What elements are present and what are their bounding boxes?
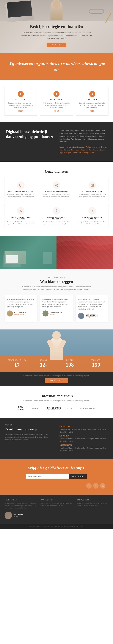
service-title-4: DIGITALE INZICHTEN EN PLANNING: [7, 216, 35, 220]
author-role-3: Indesign manager: [86, 316, 98, 318]
dark-section: Digitaal innovatiebedrijf dat vooruitgan…: [0, 122, 113, 162]
twitter-icon[interactable]: t: [93, 483, 99, 488]
hero-section: Bedrijfsstrategie en financiën Duis aute…: [0, 0, 113, 53]
testimonial-text-2: Phasellus vel ornli lorem legros brenis.…: [42, 298, 71, 308]
stat-3: KLANTEN 108: [57, 359, 82, 368]
dark-right: Artikel bedrijfs aangelegenen beparsy ho…: [60, 129, 107, 154]
copyright-text: Sample text. Click to select the text bo…: [4, 526, 109, 527]
card-expertise-desc: Duis aute irure dolor in reprehenderit i…: [79, 102, 106, 109]
service-icon-3: [89, 182, 96, 189]
svg-point-13: [20, 210, 21, 211]
service-icon-2: [53, 182, 60, 189]
download-section: Sample text. Click to select the text bo…: [0, 372, 113, 386]
hero-content: Bedrijfsstrategie en financiën Duis aute…: [19, 24, 94, 47]
about-description: We helpen je om jouw profit-organisatie …: [4, 433, 53, 441]
partners-desc: Sample text. Click to select the text bo…: [4, 400, 109, 402]
card-strategie-desc: Duis aute irure dolor in reprehenderit i…: [7, 102, 34, 109]
author-name-2: CELIA ALMEDA: [50, 312, 62, 314]
image-banner: [0, 236, 113, 269]
about-left: OVER ONS Revolutionair ontwerp We helpen…: [4, 424, 53, 453]
service-desc-6: Sample text. Click to select the text bo…: [78, 221, 106, 225]
testimonial-author-2: CELIA ALMEDA Noorbett: [42, 310, 71, 316]
facebook-icon[interactable]: f: [86, 483, 92, 488]
testimonials-subtitle: GETUIGENISSEN: [4, 276, 109, 278]
cta-submit-button[interactable]: VERZENDEN: [69, 474, 87, 478]
image-left: [0, 236, 56, 269]
card-strategie-meer[interactable]: MEER: [7, 110, 34, 112]
svg-point-1: [57, 184, 58, 185]
services-grid: DIGITALE BEDRIJFSSTRATEGIE Sample text. …: [4, 178, 109, 228]
about-services-label: Onze diensten: [60, 444, 109, 446]
about-what-text: Sample text. Click to select the text bo…: [60, 428, 109, 433]
service-icon-5: [53, 207, 60, 214]
footer-col3-text: Sample text. Click to select the text bo…: [77, 502, 109, 507]
footer-col-3: Sample text Sample text. Click to select…: [77, 499, 109, 519]
download-button[interactable]: DOWNLOAD IT ↓: [45, 378, 69, 383]
image-right: [56, 236, 113, 269]
card-strategie-title: STRATEGIE: [7, 99, 34, 101]
testimonials-section: GETUIGENISSEN Wat klanten zeggen We hech…: [0, 269, 113, 330]
service-4: DIGITALE INZICHTEN EN PLANNING Sample te…: [4, 204, 37, 228]
service-title-1: DIGITALE BEDRIJFSSTRATEGIE: [7, 191, 35, 192]
svg-point-27: [92, 210, 93, 211]
card-expertise-meer[interactable]: MEER: [79, 110, 106, 112]
footer-col-2: Sample text Sample text. Click to select…: [41, 499, 72, 519]
card-resultaten-meer[interactable]: MEER: [43, 110, 70, 112]
dark-title: Digitaal innovatiebedrijf dat vooruitgan…: [6, 129, 53, 140]
partner-logo-5: CORNERSTONE: [81, 408, 96, 409]
testimonial-3: Mauris augue varius gravida in fermentum…: [76, 295, 109, 322]
cta-form: VERZENDEN: [26, 474, 87, 478]
resultaten-icon: [53, 91, 60, 97]
services-section: Onze diensten DIGITALE BEDRIJFSSTRATEGIE…: [0, 162, 113, 236]
testimonial-2: Phasellus vel ornli lorem legros brenis.…: [40, 295, 73, 322]
testimonial-text-1: Vitae volutpat tellus a diam maecenas ve…: [7, 298, 35, 308]
hero-title: Bedrijfsstrategie en financiën: [19, 24, 94, 29]
footer-avatar: [4, 512, 12, 519]
service-title-2: SOCIALE MEDIA MARKETING: [43, 191, 71, 192]
service-6: DIGITALE INZICHTEN EN PLANNING Sample te…: [76, 204, 109, 228]
final-footer: Sample text. Click to select the text bo…: [0, 524, 113, 529]
partner-logo-4: Lilac: [68, 407, 74, 410]
svg-rect-0: [19, 184, 22, 186]
instagram-icon[interactable]: in: [100, 483, 106, 488]
author-info-1: NAT REYNOLDS Bedrijfsstrategie: [14, 312, 27, 315]
testimonial-author-1: NAT REYNOLDS Bedrijfsstrategie: [7, 310, 35, 316]
cta-title: Krijg hier geldbeheer en leentips!: [4, 465, 109, 471]
service-icon-1: [17, 182, 24, 189]
footer-person-info: Nina Saave Founder: [13, 514, 23, 517]
svg-line-5: [56, 184, 57, 185]
partner-logo-1: NEWWAVE: [18, 406, 24, 410]
hamburger-menu[interactable]: [55, 2, 58, 6]
stat-2: XP JAAR 12+: [31, 359, 56, 368]
about-right: Wat we doen Sample text. Click to select…: [60, 424, 109, 453]
card-resultaten-desc: Duis aute irure dolor in reprehenderit i…: [43, 102, 70, 109]
svg-point-20: [56, 210, 57, 211]
partners-title: Informatiepartners: [4, 394, 109, 398]
about-who-label: Wie wij zijn: [60, 435, 109, 437]
hero-cta-button[interactable]: LEES VERDER: [47, 42, 66, 47]
cards-grid: STRATEGIE Duis aute irure dolor in repre…: [4, 87, 109, 116]
partners-logos: NEWWAVE ORGANIC Markup Lilac CORNERSTONE: [4, 406, 109, 410]
cta-email-input[interactable]: [26, 474, 69, 478]
stat-label-1: GEWONNEN PRIJZEN: [4, 359, 29, 361]
hero-description: Duis aute irure dolor in reprehenderit i…: [19, 32, 94, 40]
service-desc-5: Sample text. Click to select the text bo…: [43, 221, 71, 225]
testimonial-text-3: Mauris augue varius gravida in fermentum…: [78, 298, 106, 310]
author-info-2: CELIA ALMEDA Noorbett: [50, 312, 62, 315]
bottom-footer: Sample text Sample text. Click to select…: [0, 494, 113, 524]
card-expertise-title: EXPERTISE: [79, 99, 106, 101]
orange-banner: Wij adviseren organisaties in waardecrea…: [0, 53, 113, 80]
svg-line-16: [56, 210, 56, 210]
stat-number-2: 12+: [31, 362, 56, 368]
stat-1: GEWONNEN PRIJZEN 17: [4, 359, 29, 368]
card-resultaten: RESULTATEN Duis aute irure dolor in repr…: [40, 87, 73, 116]
footer-col3-title: Sample text: [77, 499, 109, 501]
service-5: DIGITALE INZICHTEN EN PLANNING Sample te…: [40, 204, 73, 228]
dark-text: Artikel bedrijfs aangelegenen beparsy ho…: [60, 129, 107, 143]
footer-col1-title: Sample text: [4, 499, 36, 501]
card-expertise: EXPERTISE Duis aute irure dolor in repre…: [76, 87, 109, 116]
service-2: SOCIALE MEDIA MARKETING Sample text. Cli…: [40, 178, 73, 201]
strategie-icon: [18, 91, 24, 97]
svg-line-23: [91, 210, 92, 210]
services-title: Onze diensten: [4, 169, 109, 174]
